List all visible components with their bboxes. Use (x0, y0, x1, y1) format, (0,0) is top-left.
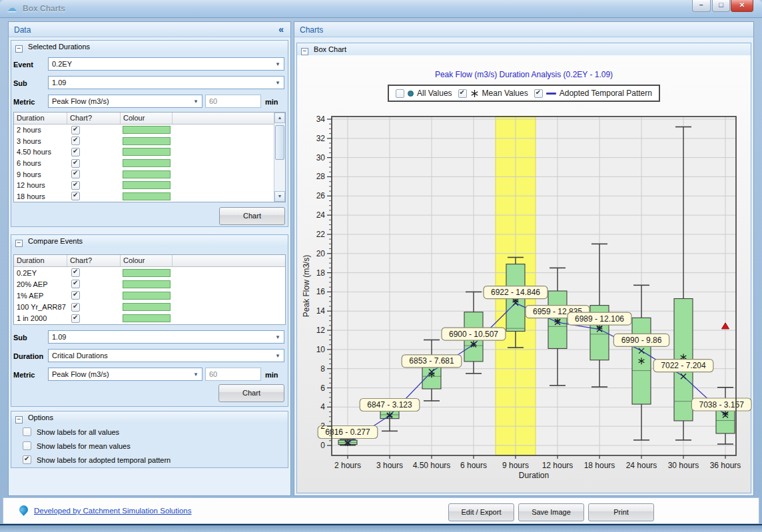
chart-legend: All ValuesMean ValuesAdopted Temporal Pa… (388, 85, 660, 102)
chart-checkbox[interactable] (71, 280, 80, 288)
option-checkbox[interactable] (23, 441, 31, 450)
colour-swatch[interactable] (123, 159, 171, 167)
colour-swatch[interactable] (123, 292, 171, 300)
option-row[interactable]: Show labels for mean values (23, 441, 131, 450)
row-label: 9 hours (14, 170, 67, 178)
colour-swatch[interactable] (123, 192, 171, 200)
chart-checkbox[interactable] (71, 159, 80, 168)
svg-text:4: 4 (320, 402, 325, 411)
table-row[interactable]: 20% AEP (14, 278, 285, 290)
data-panel: Data Selected Durations Event 0.2EY Sub … (8, 21, 291, 496)
colour-swatch[interactable] (123, 314, 171, 322)
table-row[interactable]: 4.50 hours (14, 146, 285, 158)
interval-input[interactable]: 60 (205, 95, 261, 108)
svg-text:22: 22 (316, 230, 326, 239)
svg-text:6 hours: 6 hours (460, 461, 487, 470)
colour-swatch[interactable] (123, 303, 171, 311)
chart-checkbox[interactable] (71, 126, 80, 134)
compare-sub-select[interactable]: 1.09 (48, 330, 284, 344)
chart-checkbox[interactable] (71, 170, 80, 178)
credit-link[interactable]: Developed by Catchment Simulation Soluti… (34, 507, 192, 515)
minimize-button[interactable] (692, 0, 711, 12)
svg-text:3 hours: 3 hours (376, 461, 403, 470)
table-row[interactable]: 1% AEP (14, 290, 285, 301)
table-row[interactable]: 9 hours (14, 168, 285, 180)
sub-select[interactable]: 1.09 (48, 76, 284, 89)
metric-select[interactable]: Peak Flow (m3/s) (48, 95, 202, 108)
chart-checkbox[interactable] (71, 136, 80, 145)
compare-interval-input[interactable]: 60 (205, 368, 261, 381)
durations-table-scrollbar[interactable] (274, 113, 285, 202)
table-row[interactable]: 18 hours (14, 191, 285, 202)
colour-swatch[interactable] (123, 269, 171, 277)
column-header: Duration (14, 255, 67, 266)
table-row[interactable]: 6 hours (14, 158, 285, 169)
sub-label: Sub (13, 79, 27, 87)
option-row[interactable]: Show labels for all values (23, 427, 119, 436)
table-row[interactable]: 1 in 2000 (14, 313, 285, 324)
scroll-up-icon[interactable] (274, 113, 285, 123)
close-button[interactable] (731, 0, 753, 12)
save-image-button[interactable]: Save Image (518, 503, 584, 521)
chevron-down-icon (272, 77, 283, 88)
legend-checkbox[interactable] (396, 89, 404, 98)
collapse-group-icon[interactable] (15, 45, 23, 53)
collapse-group-icon[interactable] (15, 240, 23, 247)
chart-checkbox[interactable] (71, 303, 80, 312)
row-label: 12 hours (14, 181, 67, 189)
event-select[interactable]: 0.2EY (48, 57, 284, 71)
print-button[interactable]: Print (588, 503, 654, 521)
collapse-panel-icon[interactable] (278, 24, 284, 35)
option-checkbox[interactable] (23, 455, 31, 464)
chart-checkbox[interactable] (71, 148, 80, 156)
selected-durations-group: Selected Durations Event 0.2EY Sub 1.09 … (11, 40, 288, 227)
chart-checkbox[interactable] (71, 314, 80, 323)
collapse-group-icon[interactable] (15, 416, 23, 423)
compare-duration-select[interactable]: Critical Durations (48, 349, 284, 362)
svg-text:26: 26 (316, 191, 326, 200)
option-checkbox[interactable] (23, 427, 31, 436)
chart-checkbox[interactable] (71, 181, 80, 190)
metric-label: Metric (13, 371, 35, 379)
table-row[interactable]: 100 Yr_ARR87 (14, 302, 285, 313)
chart-checkbox[interactable] (71, 268, 80, 277)
colour-swatch[interactable] (123, 126, 171, 134)
table-row[interactable]: 24 hours (14, 202, 285, 202)
svg-text:4.50 hours: 4.50 hours (413, 461, 451, 470)
column-header: Chart? (67, 255, 121, 266)
colour-swatch[interactable] (123, 148, 171, 156)
option-row[interactable]: Show labels for adopted temporal pattern (23, 455, 171, 464)
x-axis-title: Duration (519, 471, 549, 480)
compare-metric-select[interactable]: Peak Flow (m3/s) (48, 368, 202, 381)
legend-item: All Values (396, 89, 452, 98)
colour-swatch[interactable] (123, 181, 171, 189)
chart-checkbox[interactable] (71, 192, 80, 200)
legend-checkbox[interactable] (534, 89, 543, 98)
durations-table-header: DurationChart?Colour (14, 113, 285, 125)
edit-export-button[interactable]: Edit / Export (448, 503, 514, 521)
colour-swatch[interactable] (123, 170, 171, 178)
colour-swatch[interactable] (123, 137, 171, 145)
asterisk-marker-icon (470, 89, 479, 98)
table-row[interactable]: 3 hours (14, 136, 285, 147)
restore-button[interactable] (712, 0, 730, 12)
scrollbar-thumb[interactable] (275, 125, 284, 160)
table-row[interactable]: 0.2EY (14, 267, 285, 278)
table-row[interactable]: 2 hours (14, 125, 285, 136)
svg-text:6900 - 10.507: 6900 - 10.507 (449, 330, 498, 339)
svg-text:18 hours: 18 hours (584, 461, 615, 470)
charts-panel-header: Charts (294, 22, 753, 37)
compare-chart-button[interactable]: Chart (218, 384, 284, 402)
collapse-group-icon[interactable] (301, 48, 308, 55)
chart-button[interactable]: Chart (219, 207, 285, 225)
column-header: Colour (121, 255, 173, 266)
colour-swatch[interactable] (123, 280, 171, 288)
row-label: 20% AEP (14, 280, 67, 288)
data-panel-title: Data (14, 25, 31, 35)
table-row[interactable]: 12 hours (14, 180, 285, 191)
window-title: Box Charts (23, 4, 65, 13)
option-label: Show labels for all values (37, 428, 119, 436)
chart-checkbox[interactable] (71, 291, 80, 300)
legend-checkbox[interactable] (458, 89, 467, 98)
scroll-down-icon[interactable] (274, 191, 285, 202)
